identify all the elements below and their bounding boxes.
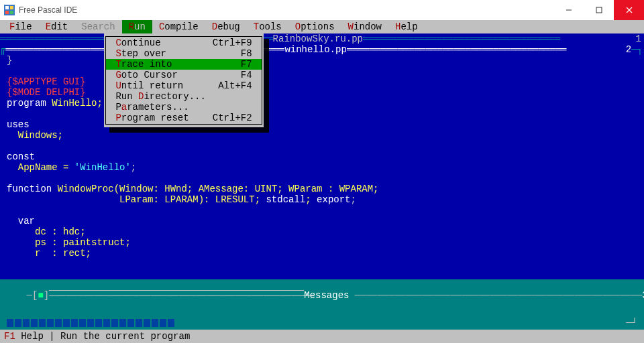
tab-num-bg: 1 xyxy=(636,33,644,44)
status-hint: Run the current program xyxy=(60,331,190,342)
tab-title-bg: RainbowSky.ru.pp xyxy=(273,33,363,44)
menu-window[interactable]: Window xyxy=(341,20,388,33)
code-line: ps : paintstruct; xyxy=(7,237,637,248)
menu-compile[interactable]: Compile xyxy=(152,20,205,33)
code-line: {$APPTYPE GUI} xyxy=(7,76,637,87)
menu-search[interactable]: Search xyxy=(74,20,121,33)
tab-num-active: 2 xyxy=(626,44,631,55)
editor-body[interactable]: } {$APPTYPE GUI}{$MODE DELPHI}program Wi… xyxy=(7,55,637,259)
svg-rect-2 xyxy=(10,6,13,9)
run-menu-parameters-[interactable]: Parameters... xyxy=(106,102,262,113)
maximize-button[interactable] xyxy=(584,0,614,20)
close-button[interactable] xyxy=(614,0,644,20)
run-dropdown: ContinueCtrl+F9 Step overF8 Trace intoF7… xyxy=(104,33,264,127)
status-key: F1 xyxy=(4,331,15,342)
code-line: var xyxy=(7,216,637,226)
run-menu-continue[interactable]: ContinueCtrl+F9 xyxy=(106,38,262,48)
code-line: dc : hdc; xyxy=(7,226,637,237)
menu-file[interactable]: File xyxy=(3,20,39,33)
run-menu-program-reset[interactable]: Program resetCtrl+F2 xyxy=(106,113,262,123)
run-menu-goto-cursor[interactable]: Goto CursorF4 xyxy=(106,70,262,80)
code-line: r : rect; xyxy=(7,248,637,259)
code-line xyxy=(7,173,637,184)
code-line: } xyxy=(7,55,637,66)
messages-panel: ─[■]────────────────────────────────────… xyxy=(0,279,644,330)
app-icon xyxy=(4,5,15,15)
svg-rect-1 xyxy=(5,6,9,9)
workspace: ════════════════════════════════════════… xyxy=(0,33,644,279)
menubar: FileEditSearchRunCompileDebugToolsOption… xyxy=(0,20,644,33)
menu-debug[interactable]: Debug xyxy=(205,20,247,33)
run-menu-until-return[interactable]: Until returnAlt+F4 xyxy=(106,80,262,91)
svg-rect-3 xyxy=(5,11,9,14)
svg-rect-6 xyxy=(596,7,602,13)
messages-scrollbar[interactable]: ─┘ xyxy=(7,319,637,327)
svg-rect-4 xyxy=(10,11,13,14)
code-line xyxy=(7,205,637,216)
status-help: Help xyxy=(21,331,44,342)
menu-run[interactable]: Run xyxy=(122,20,152,33)
code-line: uses xyxy=(7,119,637,130)
code-line: {$MODE DELPHI} xyxy=(7,87,637,98)
window-title: Free Pascal IDE xyxy=(19,5,553,15)
minimize-button[interactable] xyxy=(553,0,584,20)
menu-edit[interactable]: Edit xyxy=(39,20,75,33)
editor-tab-active[interactable]: ╔ ══════════════════════════════════════… xyxy=(0,44,644,55)
menu-options[interactable]: Options xyxy=(288,20,341,33)
run-menu-run-directory-[interactable]: Run Directory... xyxy=(106,91,262,102)
code-line xyxy=(7,66,637,76)
code-line: function WindowProc(Window: HWnd; AMessa… xyxy=(7,184,637,194)
run-menu-step-over[interactable]: Step overF8 xyxy=(106,48,262,59)
window-titlebar: Free Pascal IDE xyxy=(0,0,644,20)
code-line: Windows; xyxy=(7,130,637,141)
code-line xyxy=(7,109,637,119)
code-line: program WinHello; xyxy=(7,98,637,109)
code-line: AppName = 'WinHello'; xyxy=(7,162,637,173)
menu-help[interactable]: Help xyxy=(388,20,425,33)
code-line: LParam: LPARAM): LRESULT; stdcall; expor… xyxy=(7,194,637,205)
menu-tools[interactable]: Tools xyxy=(247,20,288,33)
statusbar: F1 Help | Run the current program xyxy=(0,330,644,343)
code-line xyxy=(7,141,637,151)
messages-title: Messages xyxy=(304,290,349,301)
run-menu-trace-into[interactable]: Trace intoF7 xyxy=(106,59,262,70)
tab-title-active: winhello.pp xyxy=(284,44,346,55)
editor-tab-background[interactable]: ════════════════════════════════════════… xyxy=(0,33,644,44)
code-line: const xyxy=(7,151,637,162)
